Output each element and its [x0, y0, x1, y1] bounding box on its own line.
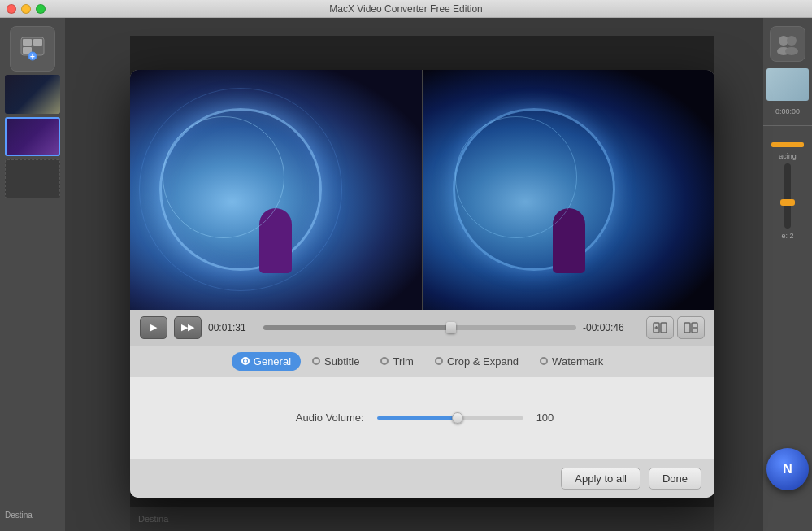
- tab-subtitle-label: Subtitle: [324, 355, 359, 368]
- minimize-button[interactable]: [21, 4, 31, 14]
- audio-volume-value: 100: [536, 411, 554, 424]
- audio-volume-label: Audio Volume:: [291, 411, 364, 424]
- video-frame-right: [423, 70, 715, 310]
- zoom-out-button[interactable]: [677, 316, 705, 339]
- divider: [763, 125, 812, 126]
- orb-inner-right: [455, 116, 577, 238]
- play-icon: ▶: [150, 322, 157, 333]
- transport-controls: ▶ ▶▶ 00:01:31 -00:00:46: [130, 310, 714, 346]
- modal-overlay: ▶ ▶▶ 00:01:31 -00:00:46: [130, 36, 714, 531]
- run-icon: N: [783, 462, 792, 477]
- zoom-in-button[interactable]: [646, 316, 674, 339]
- tab-subtitle[interactable]: Subtitle: [302, 352, 369, 371]
- svg-point-14: [787, 36, 797, 46]
- tab-crop-radio: [435, 357, 443, 365]
- play-button[interactable]: ▶: [140, 316, 167, 339]
- titlebar-buttons: [7, 4, 46, 14]
- svg-rect-1: [23, 39, 32, 46]
- apply-all-button[interactable]: Apply to all: [561, 468, 640, 490]
- audio-volume-slider[interactable]: [377, 416, 523, 420]
- app-title: MacX Video Converter Free Edition: [329, 3, 483, 15]
- audio-volume-control: Audio Volume: 100: [291, 411, 554, 424]
- tab-crop[interactable]: Crop & Expand: [425, 352, 528, 371]
- fast-forward-button[interactable]: ▶▶: [174, 316, 202, 339]
- svg-text:+: +: [30, 52, 35, 61]
- video-preview: [130, 70, 714, 310]
- zoom-in-icon: [653, 321, 667, 334]
- sidebar: + Destina: [0, 18, 65, 531]
- run-button[interactable]: N: [766, 448, 809, 490]
- tab-watermark[interactable]: Watermark: [530, 352, 613, 371]
- thumbnail-1[interactable]: [5, 75, 60, 114]
- add-video-button[interactable]: +: [10, 26, 55, 72]
- tab-watermark-label: Watermark: [552, 355, 603, 368]
- orange-slider[interactable]: [771, 142, 804, 147]
- time-remaining: -00:00:46: [583, 322, 640, 333]
- progress-thumb[interactable]: [446, 322, 456, 333]
- tab-trim-label: Trim: [393, 355, 414, 368]
- destination-label: Destina: [0, 507, 65, 523]
- edit-modal: ▶ ▶▶ 00:01:31 -00:00:46: [130, 70, 714, 498]
- vertical-slider-thumb[interactable]: [780, 199, 795, 206]
- modal-footer: Apply to all Done: [130, 459, 714, 498]
- orb-outer: [139, 88, 342, 291]
- svg-rect-10: [684, 323, 690, 333]
- right-thumbnail[interactable]: [766, 68, 809, 101]
- tabs-bar: General Subtitle Trim Crop & Expand: [130, 346, 714, 377]
- video-preview-left: [130, 70, 423, 310]
- tab-subtitle-radio: [312, 357, 320, 365]
- tab-crop-label: Crop & Expand: [447, 355, 519, 368]
- select-label: e: 2: [781, 232, 793, 240]
- maximize-button[interactable]: [36, 4, 46, 14]
- video-preview-right: [423, 70, 715, 310]
- tab-general[interactable]: General: [232, 352, 301, 371]
- spacing-label: acing: [779, 152, 797, 160]
- progress-bar[interactable]: [263, 325, 576, 330]
- tab-trim[interactable]: Trim: [371, 352, 423, 371]
- right-slider-area: acing e: 2: [771, 142, 804, 240]
- tab-trim-radio: [380, 357, 389, 365]
- right-time-label: 0:00:00: [775, 107, 800, 115]
- avatar-icon: [775, 33, 800, 55]
- thumbnail-2[interactable]: [5, 117, 60, 156]
- right-panel: 0:00:00 acing e: 2 N: [763, 18, 812, 531]
- vertical-slider[interactable]: [784, 163, 791, 229]
- tab-general-label: General: [254, 355, 291, 368]
- svg-rect-7: [661, 323, 667, 333]
- zoom-out-icon: [684, 321, 698, 334]
- add-icon: +: [20, 36, 46, 62]
- tab-watermark-radio: [540, 357, 548, 365]
- center-area: Destina: [65, 18, 763, 531]
- titlebar: MacX Video Converter Free Edition: [0, 0, 812, 18]
- thumbnail-placeholder: [5, 159, 60, 198]
- view-buttons: [646, 316, 705, 339]
- avatar-button[interactable]: [770, 26, 805, 62]
- tab-content: Audio Volume: 100: [130, 377, 714, 459]
- svg-rect-2: [33, 39, 42, 46]
- ff-icon: ▶▶: [181, 322, 194, 333]
- video-frame-left: [130, 70, 422, 310]
- current-time: 00:01:31: [208, 322, 257, 333]
- audio-volume-thumb[interactable]: [452, 412, 463, 424]
- main-layout: + Destina Destina: [0, 18, 812, 531]
- close-button[interactable]: [7, 4, 16, 14]
- tab-general-radio: [241, 357, 250, 365]
- done-button[interactable]: Done: [649, 468, 701, 490]
- svg-point-16: [785, 47, 798, 55]
